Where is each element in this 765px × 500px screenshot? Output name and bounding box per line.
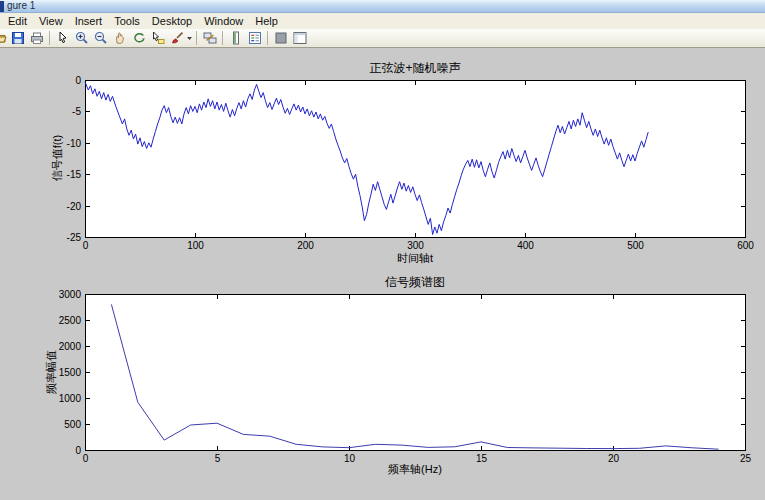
zoom-out-icon[interactable] bbox=[91, 30, 110, 47]
svg-text:1500: 1500 bbox=[59, 367, 82, 378]
edit-plot-cursor-icon[interactable] bbox=[53, 30, 72, 47]
svg-text:0: 0 bbox=[83, 240, 89, 251]
menu-item-insert[interactable]: Insert bbox=[71, 14, 111, 28]
menu-item-desktop[interactable]: Desktop bbox=[148, 14, 200, 28]
bottom-chart-title: 信号频谱图 bbox=[85, 274, 745, 291]
menu-item-tools[interactable]: Tools bbox=[110, 14, 148, 28]
svg-text:400: 400 bbox=[517, 240, 534, 251]
svg-text:-20: -20 bbox=[67, 201, 82, 212]
data-cursor-icon[interactable] bbox=[148, 30, 167, 47]
toolbar-separator bbox=[222, 31, 223, 45]
svg-text:-10: -10 bbox=[67, 138, 82, 149]
toolbar bbox=[0, 29, 765, 48]
svg-text:0: 0 bbox=[75, 75, 81, 86]
save-icon[interactable] bbox=[8, 30, 27, 47]
link-plot-icon[interactable] bbox=[200, 30, 219, 47]
bottom-chart-ylabel: 频率幅值 bbox=[44, 350, 59, 394]
top-chart-xlabel: 时间轴t bbox=[85, 251, 745, 266]
menu-item-help[interactable]: Help bbox=[251, 14, 286, 28]
svg-text:3000: 3000 bbox=[59, 289, 82, 300]
open-file-icon[interactable] bbox=[0, 30, 8, 47]
toolbar-separator bbox=[49, 31, 50, 45]
menu-item-window[interactable]: Window bbox=[200, 14, 251, 28]
bottom-chart-xlabel: 频率轴(Hz) bbox=[85, 462, 745, 477]
figure-canvas: 01002003004005006000-5-10-15-20-25051015… bbox=[0, 48, 765, 500]
svg-text:600: 600 bbox=[737, 240, 754, 251]
top-chart-ylabel: 信号值f(t) bbox=[50, 135, 65, 181]
window-icon bbox=[0, 1, 4, 12]
top-chart-title: 正弦波+随机噪声 bbox=[85, 60, 745, 77]
menu-bar: EditViewInsertToolsDesktopWindowHelp bbox=[0, 13, 765, 29]
menu-item-edit[interactable]: Edit bbox=[4, 14, 35, 28]
svg-text:100: 100 bbox=[187, 240, 204, 251]
insert-colorbar-icon[interactable] bbox=[226, 30, 245, 47]
svg-text:-15: -15 bbox=[67, 169, 82, 180]
svg-text:0: 0 bbox=[75, 445, 81, 456]
menu-item-view[interactable]: View bbox=[35, 14, 71, 28]
toolbar-separator bbox=[196, 31, 197, 45]
hide-plot-tools-icon[interactable] bbox=[271, 30, 290, 47]
pan-hand-icon[interactable] bbox=[110, 30, 129, 47]
window-titlebar[interactable]: gure 1 bbox=[0, 0, 765, 13]
window-title: gure 1 bbox=[7, 0, 35, 12]
print-icon[interactable] bbox=[27, 30, 46, 47]
brush-dropdown-caret[interactable] bbox=[186, 30, 193, 47]
svg-text:2000: 2000 bbox=[59, 341, 82, 352]
svg-text:500: 500 bbox=[64, 419, 81, 430]
brush-data-icon[interactable] bbox=[167, 30, 186, 47]
insert-legend-icon[interactable] bbox=[245, 30, 264, 47]
svg-text:1000: 1000 bbox=[59, 393, 82, 404]
svg-text:300: 300 bbox=[407, 240, 424, 251]
svg-text:500: 500 bbox=[627, 240, 644, 251]
rotate-3d-icon[interactable] bbox=[129, 30, 148, 47]
svg-text:-25: -25 bbox=[67, 232, 82, 243]
svg-text:-5: -5 bbox=[72, 106, 81, 117]
show-plot-tools-icon[interactable] bbox=[290, 30, 309, 47]
toolbar-separator bbox=[267, 31, 268, 45]
svg-text:200: 200 bbox=[297, 240, 314, 251]
svg-text:2500: 2500 bbox=[59, 315, 82, 326]
zoom-in-icon[interactable] bbox=[72, 30, 91, 47]
